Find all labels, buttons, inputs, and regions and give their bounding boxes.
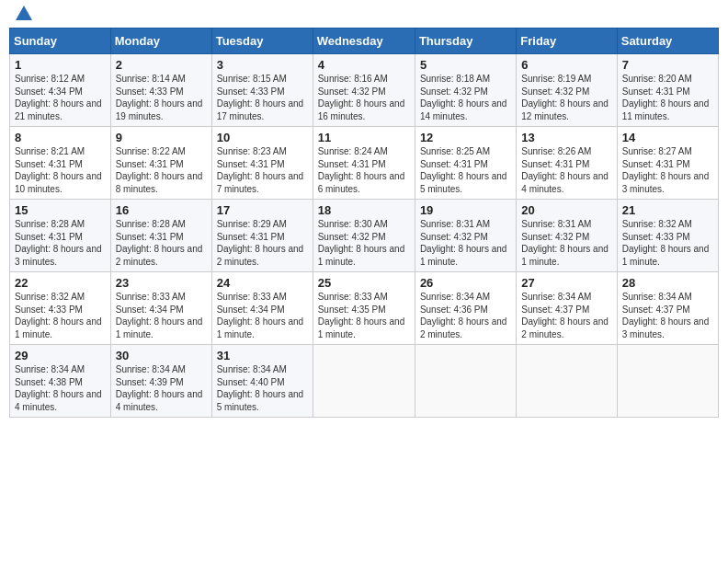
day-number: 2: [116, 58, 207, 72]
day-number: 20: [521, 203, 611, 217]
cell-details: Sunrise: 8:34 AM Sunset: 4:40 PM Dayligh…: [217, 363, 308, 413]
day-of-week-header: Tuesday: [211, 29, 313, 54]
cell-details: Sunrise: 8:19 AM Sunset: 4:32 PM Dayligh…: [521, 73, 611, 122]
day-number: 12: [420, 131, 511, 144]
cell-details: Sunrise: 8:33 AM Sunset: 4:35 PM Dayligh…: [318, 291, 410, 340]
day-of-week-header: Sunday: [10, 29, 111, 54]
cell-details: Sunrise: 8:23 AM Sunset: 4:31 PM Dayligh…: [217, 145, 308, 195]
calendar-cell: 23Sunrise: 8:33 AM Sunset: 4:34 PM Dayli…: [110, 272, 211, 345]
cell-details: Sunrise: 8:28 AM Sunset: 4:31 PM Dayligh…: [15, 218, 106, 268]
calendar-cell: 21Sunrise: 8:32 AM Sunset: 4:33 PM Dayli…: [617, 200, 718, 272]
day-number: 23: [116, 276, 207, 290]
cell-details: Sunrise: 8:22 AM Sunset: 4:31 PM Dayligh…: [116, 145, 207, 195]
cell-details: Sunrise: 8:34 AM Sunset: 4:37 PM Dayligh…: [622, 291, 713, 340]
calendar-cell: 5Sunrise: 8:18 AM Sunset: 4:32 PM Daylig…: [415, 54, 516, 127]
day-number: 5: [420, 58, 511, 72]
calendar-cell: [517, 345, 617, 418]
cell-details: Sunrise: 8:34 AM Sunset: 4:36 PM Dayligh…: [420, 291, 511, 340]
calendar-cell: 16Sunrise: 8:28 AM Sunset: 4:31 PM Dayli…: [110, 200, 211, 272]
calendar-cell: 15Sunrise: 8:28 AM Sunset: 4:31 PM Dayli…: [10, 200, 111, 272]
cell-details: Sunrise: 8:32 AM Sunset: 4:33 PM Dayligh…: [15, 291, 106, 340]
calendar-cell: 3Sunrise: 8:15 AM Sunset: 4:33 PM Daylig…: [211, 54, 313, 127]
cell-details: Sunrise: 8:15 AM Sunset: 4:33 PM Dayligh…: [217, 73, 308, 122]
calendar-cell: 19Sunrise: 8:31 AM Sunset: 4:32 PM Dayli…: [415, 200, 516, 272]
day-of-week-header: Monday: [110, 29, 211, 54]
cell-details: Sunrise: 8:32 AM Sunset: 4:33 PM Dayligh…: [622, 218, 713, 268]
calendar-header-row: SundayMondayTuesdayWednesdayThursdayFrid…: [10, 29, 719, 54]
day-number: 1: [15, 58, 106, 72]
cell-details: Sunrise: 8:21 AM Sunset: 4:31 PM Dayligh…: [15, 145, 106, 195]
day-number: 13: [521, 131, 611, 144]
cell-details: Sunrise: 8:12 AM Sunset: 4:34 PM Dayligh…: [15, 73, 106, 122]
day-number: 28: [622, 276, 713, 290]
calendar-cell: 2Sunrise: 8:14 AM Sunset: 4:33 PM Daylig…: [110, 54, 211, 127]
page-header: [9, 9, 719, 20]
calendar-cell: 26Sunrise: 8:34 AM Sunset: 4:36 PM Dayli…: [415, 272, 516, 345]
calendar-cell: 11Sunrise: 8:24 AM Sunset: 4:31 PM Dayli…: [313, 127, 415, 200]
calendar-cell: 4Sunrise: 8:16 AM Sunset: 4:32 PM Daylig…: [313, 54, 415, 127]
cell-details: Sunrise: 8:34 AM Sunset: 4:39 PM Dayligh…: [116, 363, 207, 413]
cell-details: Sunrise: 8:33 AM Sunset: 4:34 PM Dayligh…: [217, 291, 308, 340]
day-number: 14: [622, 131, 713, 144]
calendar-cell: 6Sunrise: 8:19 AM Sunset: 4:32 PM Daylig…: [517, 54, 617, 127]
calendar-cell: 12Sunrise: 8:25 AM Sunset: 4:31 PM Dayli…: [415, 127, 516, 200]
cell-details: Sunrise: 8:14 AM Sunset: 4:33 PM Dayligh…: [116, 73, 207, 122]
calendar-cell: 17Sunrise: 8:29 AM Sunset: 4:31 PM Dayli…: [211, 200, 313, 272]
cell-details: Sunrise: 8:34 AM Sunset: 4:38 PM Dayligh…: [15, 363, 106, 413]
cell-details: Sunrise: 8:18 AM Sunset: 4:32 PM Dayligh…: [420, 73, 511, 122]
calendar-cell: [415, 345, 516, 418]
calendar-cell: 28Sunrise: 8:34 AM Sunset: 4:37 PM Dayli…: [617, 272, 718, 345]
day-number: 26: [420, 276, 511, 290]
cell-details: Sunrise: 8:34 AM Sunset: 4:37 PM Dayligh…: [521, 291, 611, 340]
day-number: 17: [217, 203, 308, 217]
calendar-cell: [313, 345, 415, 418]
calendar-cell: [617, 345, 718, 418]
cell-details: Sunrise: 8:27 AM Sunset: 4:31 PM Dayligh…: [622, 145, 713, 195]
calendar-cell: 30Sunrise: 8:34 AM Sunset: 4:39 PM Dayli…: [110, 345, 211, 418]
day-number: 21: [622, 203, 713, 217]
day-of-week-header: Thursday: [415, 29, 516, 54]
calendar-cell: 10Sunrise: 8:23 AM Sunset: 4:31 PM Dayli…: [211, 127, 313, 200]
day-number: 31: [217, 349, 308, 362]
day-of-week-header: Friday: [517, 29, 617, 54]
calendar-week-row: 22Sunrise: 8:32 AM Sunset: 4:33 PM Dayli…: [10, 272, 719, 345]
cell-details: Sunrise: 8:24 AM Sunset: 4:31 PM Dayligh…: [318, 145, 410, 195]
calendar-cell: 22Sunrise: 8:32 AM Sunset: 4:33 PM Dayli…: [10, 272, 111, 345]
calendar-cell: 8Sunrise: 8:21 AM Sunset: 4:31 PM Daylig…: [10, 127, 111, 200]
cell-details: Sunrise: 8:26 AM Sunset: 4:31 PM Dayligh…: [521, 145, 611, 195]
logo: [13, 9, 32, 20]
cell-details: Sunrise: 8:29 AM Sunset: 4:31 PM Dayligh…: [217, 218, 308, 268]
day-number: 24: [217, 276, 308, 290]
calendar-cell: 18Sunrise: 8:30 AM Sunset: 4:32 PM Dayli…: [313, 200, 415, 272]
day-number: 25: [318, 276, 410, 290]
day-number: 8: [15, 131, 106, 144]
calendar-cell: 9Sunrise: 8:22 AM Sunset: 4:31 PM Daylig…: [110, 127, 211, 200]
day-number: 16: [116, 203, 207, 217]
cell-details: Sunrise: 8:16 AM Sunset: 4:32 PM Dayligh…: [318, 73, 410, 122]
day-number: 9: [116, 131, 207, 144]
calendar-table: SundayMondayTuesdayWednesdayThursdayFrid…: [9, 28, 719, 418]
calendar-week-row: 29Sunrise: 8:34 AM Sunset: 4:38 PM Dayli…: [10, 345, 719, 418]
day-number: 19: [420, 203, 511, 217]
day-number: 4: [318, 58, 410, 72]
day-of-week-header: Wednesday: [313, 29, 415, 54]
cell-details: Sunrise: 8:30 AM Sunset: 4:32 PM Dayligh…: [318, 218, 410, 268]
cell-details: Sunrise: 8:28 AM Sunset: 4:31 PM Dayligh…: [116, 218, 207, 268]
day-number: 22: [15, 276, 106, 290]
calendar-cell: 25Sunrise: 8:33 AM Sunset: 4:35 PM Dayli…: [313, 272, 415, 345]
day-of-week-header: Saturday: [617, 29, 718, 54]
day-number: 30: [116, 349, 207, 362]
calendar-week-row: 1Sunrise: 8:12 AM Sunset: 4:34 PM Daylig…: [10, 54, 719, 127]
day-number: 6: [521, 58, 611, 72]
calendar-cell: 14Sunrise: 8:27 AM Sunset: 4:31 PM Dayli…: [617, 127, 718, 200]
day-number: 18: [318, 203, 410, 217]
calendar-cell: 24Sunrise: 8:33 AM Sunset: 4:34 PM Dayli…: [211, 272, 313, 345]
cell-details: Sunrise: 8:31 AM Sunset: 4:32 PM Dayligh…: [420, 218, 511, 268]
day-number: 3: [217, 58, 308, 72]
calendar-cell: 7Sunrise: 8:20 AM Sunset: 4:31 PM Daylig…: [617, 54, 718, 127]
calendar-cell: 13Sunrise: 8:26 AM Sunset: 4:31 PM Dayli…: [517, 127, 617, 200]
cell-details: Sunrise: 8:33 AM Sunset: 4:34 PM Dayligh…: [116, 291, 207, 340]
day-number: 7: [622, 58, 713, 72]
calendar-week-row: 15Sunrise: 8:28 AM Sunset: 4:31 PM Dayli…: [10, 200, 719, 272]
day-number: 11: [318, 131, 410, 144]
